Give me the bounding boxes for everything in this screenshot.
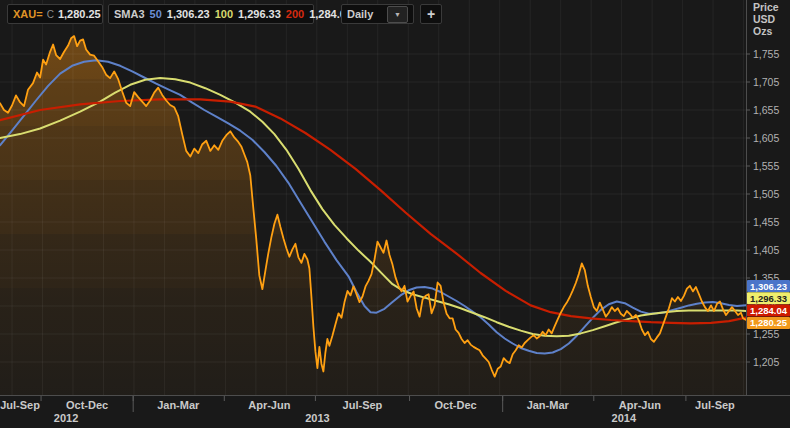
sma-label: SMA3 — [114, 8, 145, 20]
interval-selected: Daily — [347, 8, 373, 20]
sma-period-200: 200 — [286, 8, 304, 20]
y-tick-label: 1,205 — [753, 356, 779, 368]
price-tag: 1,306.23 — [747, 280, 790, 292]
instrument-selector[interactable]: XAU= C 1,280.25 ▼ — [7, 4, 103, 24]
y-tick-label: 1,755 — [753, 48, 779, 60]
price-tag-value: 1,306.23 — [750, 281, 787, 292]
price-tag-value: 1,280.25 — [750, 317, 788, 328]
y-tick-label: 1,605 — [753, 132, 779, 144]
y-axis-title: Price — [753, 1, 779, 13]
x-quarter-label: Jul-Sep — [0, 399, 40, 411]
add-overlay-button[interactable]: + — [420, 4, 442, 24]
x-quarter-label: Oct-Dec — [66, 399, 108, 411]
plus-icon: + — [427, 6, 435, 22]
x-year-label: 2014 — [612, 412, 637, 424]
x-year-label: 2013 — [305, 412, 329, 424]
chevron-down-icon: ▼ — [394, 11, 401, 18]
y-tick-label: 1,655 — [753, 104, 779, 116]
instrument-ric: XAU= — [13, 8, 43, 20]
y-tick-label: 1,455 — [753, 216, 779, 228]
y-tick-label: 1,705 — [753, 76, 779, 88]
y-axis-title: Ozs — [753, 25, 772, 37]
x-quarter-label: Jan-Mar — [157, 399, 200, 411]
instrument-last-price: 1,280.25 — [58, 8, 101, 20]
x-quarter-label: Jul-Sep — [695, 399, 735, 411]
sma-period-100: 100 — [215, 8, 233, 20]
chart-plot-area[interactable]: PriceUSDOzs1,7551,7051,6551,6051,5551,50… — [0, 0, 790, 428]
interval-dropdown-button[interactable]: ▼ — [387, 6, 408, 23]
sma-period-50: 50 — [150, 8, 162, 20]
y-tick-label: 1,255 — [753, 328, 779, 340]
x-quarter-label: Jan-Mar — [527, 399, 570, 411]
price-tag: 1,280.25 — [747, 317, 790, 329]
price-tag-value: 1,296.33 — [750, 293, 787, 304]
sma-100-value: 1,296.33 — [238, 8, 281, 20]
price-tag: 1,296.33 — [747, 292, 790, 304]
instrument-field: C — [47, 9, 54, 20]
x-quarter-label: Apr-Jun — [619, 399, 661, 411]
x-year-label: 2012 — [54, 412, 78, 424]
interval-selector[interactable]: Daily ▼ — [341, 4, 414, 24]
x-quarter-label: Jul-Sep — [343, 399, 383, 411]
chart-window: PriceUSDOzs1,7551,7051,6551,6051,5551,50… — [0, 0, 790, 428]
y-axis-title: USD — [753, 13, 776, 25]
sma-50-value: 1,306.23 — [167, 8, 210, 20]
y-tick-label: 1,405 — [753, 244, 779, 256]
price-tag: 1,284.04 — [747, 305, 790, 317]
y-tick-label: 1,505 — [753, 188, 779, 200]
x-quarter-label: Apr-Jun — [248, 399, 290, 411]
sma-indicator-selector[interactable]: SMA3 50 1,306.23 100 1,296.33 200 1,284.… — [108, 4, 314, 24]
x-quarter-label: Oct-Dec — [435, 399, 477, 411]
y-tick-label: 1,555 — [753, 160, 779, 172]
price-tag-value: 1,284.04 — [750, 305, 788, 316]
